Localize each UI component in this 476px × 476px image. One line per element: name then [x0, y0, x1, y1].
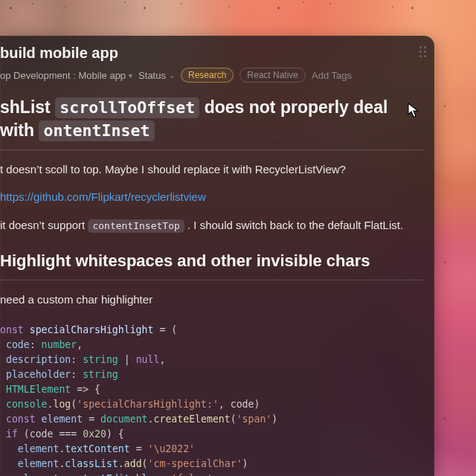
tag-research[interactable]: Research [181, 68, 234, 83]
page-title: build mobile app [0, 45, 424, 68]
paragraph: it doesn’t support contentInsetTop . I s… [0, 216, 424, 234]
heading-flashlist: shList scrollToOffset does not properly … [0, 96, 424, 150]
code-chip: contentInsetTop [88, 219, 184, 233]
paragraph: need a custom char highlighter [0, 291, 424, 308]
drag-handle-icon[interactable] [419, 46, 427, 58]
note-body[interactable]: shList scrollToOffset does not properly … [0, 96, 434, 476]
note-panel: build mobile app op Development : Mobile… [0, 36, 434, 476]
code-chip: ontentInset [39, 120, 154, 141]
tag-react-native[interactable]: React Native [239, 68, 306, 83]
breadcrumb-text: op Development : Mobile app [0, 70, 126, 81]
status-dropdown[interactable]: Status ⌄ [138, 70, 175, 81]
notebook-breadcrumb[interactable]: op Development : Mobile app ▾ [0, 70, 132, 81]
code-block[interactable]: onst specialCharsHighlight = ( code: num… [0, 318, 424, 476]
meta-row: op Development : Mobile app ▾ Status ⌄ R… [0, 68, 424, 96]
code-chip: scrollToOffset [55, 97, 199, 118]
chevron-down-icon: ▾ [129, 71, 132, 80]
external-link[interactable]: https://github.com/Flipkart/recyclerlist… [0, 190, 206, 203]
status-label: Status [138, 70, 166, 81]
paragraph: t doesn’t scoll to top. Maybe I should r… [0, 161, 424, 178]
add-tags-button[interactable]: Add Tags [312, 70, 352, 81]
heading-highlight: Highlight whitespaces and other invisibl… [0, 250, 424, 280]
chevron-down-icon: ⌄ [169, 71, 175, 80]
